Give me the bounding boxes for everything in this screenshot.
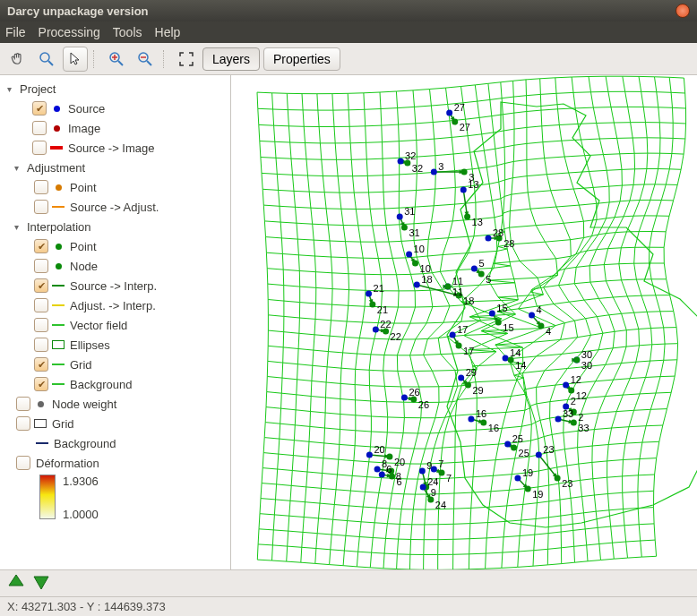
layer-int-point[interactable]: Point	[68, 240, 97, 253]
layer-node[interactable]: Node	[68, 260, 98, 273]
node-project[interactable]: Project	[18, 82, 56, 96]
svg-text:5: 5	[478, 258, 484, 269]
svg-text:11: 11	[452, 276, 463, 287]
move-up-icon[interactable]	[7, 573, 25, 594]
zoom-in-icon[interactable]	[104, 47, 129, 72]
svg-point-133	[401, 395, 408, 401]
checkbox-icon[interactable]	[34, 298, 48, 312]
titlebar: Darcy unpackage version	[0, 0, 697, 21]
arrow-icon	[52, 202, 65, 211]
svg-text:7: 7	[446, 473, 452, 483]
line-icon	[36, 442, 48, 444]
svg-point-43	[397, 214, 403, 220]
checkbox-icon[interactable]	[32, 141, 47, 155]
checkbox-icon[interactable]	[34, 357, 48, 372]
checkbox-icon[interactable]	[16, 456, 30, 470]
layer-deformation[interactable]: Déformation	[34, 457, 99, 470]
tab-layers[interactable]: Layers	[202, 47, 260, 71]
map-canvas[interactable]: 2727323233131331312828101055212118181111…	[231, 75, 697, 569]
svg-text:10: 10	[414, 244, 425, 254]
svg-point-146	[571, 420, 577, 426]
checkbox-icon[interactable]	[34, 200, 48, 214]
checkbox-icon[interactable]	[16, 397, 30, 411]
layer-source[interactable]: Source	[66, 102, 105, 116]
layer-source-image[interactable]: Source -> Image	[66, 141, 154, 155]
layer-vector-field[interactable]: Vector field	[68, 319, 127, 332]
svg-text:32: 32	[412, 163, 423, 174]
svg-point-55	[406, 252, 412, 258]
chevron-down-icon[interactable]: ▾	[11, 163, 22, 173]
checkbox-icon[interactable]	[34, 318, 48, 332]
svg-point-61	[471, 266, 478, 272]
svg-point-157	[504, 441, 511, 448]
checkbox-icon[interactable]	[34, 239, 48, 253]
layer-source-adjust[interactable]: Source -> Adjust.	[68, 201, 159, 214]
svg-text:24: 24	[427, 476, 438, 487]
line-icon	[52, 364, 65, 365]
checkbox-icon[interactable]	[16, 416, 30, 431]
menu-processing[interactable]: Processing	[39, 25, 100, 39]
svg-point-122	[465, 382, 471, 389]
svg-text:11: 11	[452, 287, 463, 297]
checkbox-icon[interactable]	[34, 259, 48, 273]
layer-background2[interactable]: Background	[52, 437, 116, 450]
svg-text:30: 30	[581, 360, 592, 371]
svg-text:19: 19	[522, 467, 533, 478]
chevron-down-icon[interactable]: ▾	[11, 222, 22, 232]
node-adjustment[interactable]: Adjustment	[25, 161, 85, 175]
layer-image[interactable]: Image	[66, 122, 100, 135]
svg-text:26: 26	[418, 399, 429, 410]
arrow-icon	[52, 301, 65, 310]
layer-node-weight[interactable]: Node weight	[50, 398, 116, 411]
layer-grid2[interactable]: Grid	[50, 417, 74, 431]
layer-adjust-interp[interactable]: Adjust. -> Interp.	[68, 299, 156, 312]
svg-text:21: 21	[377, 304, 388, 315]
window-title: Darcy unpackage version	[7, 4, 675, 18]
menu-tools[interactable]: Tools	[113, 25, 142, 39]
pointer-icon[interactable]	[63, 47, 88, 72]
dot-icon	[38, 401, 44, 407]
svg-point-151	[468, 416, 474, 423]
layers-tree-panel[interactable]: ▾Project Source Image .a-red::after{bord…	[0, 75, 231, 569]
svg-marker-209	[9, 575, 23, 586]
svg-point-31	[431, 169, 437, 175]
node-interpolation[interactable]: Interpolation	[25, 220, 91, 234]
close-icon[interactable]	[675, 4, 690, 18]
arrow-icon	[52, 321, 65, 329]
layer-ellipses[interactable]: Ellipses	[68, 338, 110, 352]
svg-point-68	[369, 302, 375, 308]
tab-properties[interactable]: Properties	[263, 47, 340, 71]
zoom-out-icon[interactable]	[133, 47, 158, 72]
svg-text:12: 12	[576, 390, 587, 401]
svg-text:33: 33	[563, 408, 573, 419]
checkbox-icon[interactable]	[34, 377, 48, 391]
menu-help[interactable]: Help	[155, 25, 181, 39]
svg-point-163	[366, 452, 373, 458]
menu-file[interactable]: File	[5, 25, 26, 39]
layer-adj-point[interactable]: Point	[68, 181, 97, 194]
svg-text:2: 2	[578, 412, 583, 423]
dot-icon	[56, 263, 62, 270]
layer-grid[interactable]: Grid	[68, 358, 92, 372]
checkbox-icon[interactable]	[32, 101, 47, 116]
svg-line-1	[48, 61, 53, 65]
move-down-icon[interactable]	[32, 573, 50, 594]
checkbox-icon[interactable]	[34, 278, 48, 293]
zoom-icon[interactable]	[34, 47, 59, 72]
svg-point-85	[489, 311, 495, 317]
hand-pan-icon[interactable]	[5, 47, 30, 72]
svg-text:29: 29	[466, 367, 477, 378]
svg-point-92	[538, 323, 544, 329]
layer-source-interp[interactable]: Source -> Interp.	[68, 279, 157, 293]
checkbox-icon[interactable]	[34, 338, 48, 352]
svg-text:25: 25	[519, 448, 529, 458]
chevron-down-icon[interactable]: ▾	[4, 84, 14, 94]
svg-text:23: 23	[562, 478, 572, 489]
fullscreen-icon[interactable]	[174, 47, 199, 72]
checkbox-icon[interactable]	[34, 180, 48, 194]
checkbox-icon[interactable]	[32, 121, 47, 135]
svg-text:22: 22	[391, 331, 401, 342]
svg-text:23: 23	[543, 444, 554, 455]
layer-background[interactable]: Background	[68, 378, 132, 391]
rect-icon	[34, 419, 47, 428]
